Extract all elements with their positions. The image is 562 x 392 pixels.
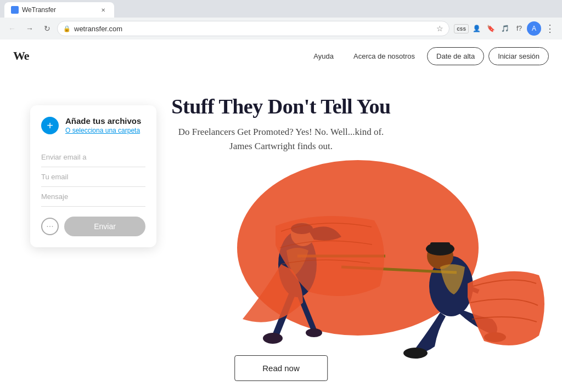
nav-link-ayuda[interactable]: Ayuda [306,48,341,65]
ext-music-icon[interactable]: 🎵 [498,22,512,35]
user-profile-button[interactable]: A [527,21,541,36]
bullfight-illustration [166,138,550,385]
site-logo[interactable]: We [13,49,29,63]
upload-form [41,147,145,207]
address-text: wetransfer.com [74,25,433,33]
site-navigation: We Ayuda Acerca de nosotros Date de alta… [0,39,562,72]
forward-button[interactable]: → [22,21,37,36]
upload-actions: ··· Enviar [41,217,145,236]
svg-point-9 [306,328,322,337]
upload-title: Añade tus archivos [65,116,141,126]
browser-menu-button[interactable]: ⋮ [542,21,558,36]
svg-rect-13 [430,242,450,250]
browser-tab[interactable]: WeTransfer ✕ [4,2,114,18]
upload-subtitle[interactable]: O selecciona una carpeta [65,127,141,134]
tab-favicon [11,6,19,14]
options-icon: ··· [46,221,53,231]
upload-card: + Añade tus archivos O selecciona una ca… [30,105,156,247]
send-to-field[interactable] [41,147,145,167]
nav-link-signin[interactable]: Iniciar sesión [488,47,549,65]
upload-add-button[interactable]: + [41,117,59,134]
page-content: We Ayuda Acerca de nosotros Date de alta… [0,39,562,392]
address-bar[interactable]: 🔒 wetransfer.com ☆ [57,21,449,36]
read-now-button[interactable]: Read now [234,355,328,381]
svg-point-16 [403,348,428,359]
bookmark-star-icon[interactable]: ☆ [436,24,443,33]
send-button[interactable]: Enviar [64,217,145,236]
reload-button[interactable]: ↻ [40,21,55,36]
hero-section: Stuff They Don't Tell You Do Freelancers… [0,72,562,392]
css-extension[interactable]: css [454,24,469,33]
ext-profile-icon[interactable]: 👤 [470,22,483,35]
browser-extensions: css 👤 🔖 🎵 f? A ⋮ [454,21,558,36]
ext-font-icon[interactable]: f? [513,22,526,35]
hero-subtitle-line1: Do Freelancers Get Promoted? Yes! No. We… [178,127,384,137]
upload-header-text: Añade tus archivos O selecciona una carp… [65,116,141,134]
browser-tabs: WeTransfer ✕ [0,0,562,18]
options-button[interactable]: ··· [41,218,59,235]
nav-link-signup[interactable]: Date de alta [427,47,484,65]
tab-close-btn[interactable]: ✕ [99,5,108,14]
ext-bookmark-icon[interactable]: 🔖 [484,22,497,35]
lock-icon: 🔒 [63,25,71,32]
browser-chrome: WeTransfer ✕ ← → ↻ 🔒 wetransfer.com ☆ cs… [0,0,562,39]
read-now-container: Read now [234,355,328,381]
message-field[interactable] [41,187,145,207]
plus-icon: + [47,120,53,131]
browser-toolbar: ← → ↻ 🔒 wetransfer.com ☆ css 👤 🔖 🎵 f? A … [0,18,562,39]
tab-title: WeTransfer [22,6,95,14]
back-button[interactable]: ← [4,21,20,36]
nav-link-acerca[interactable]: Acerca de nosotros [346,48,423,65]
hero-subtitle-line2: James Cartwright finds out. [229,141,333,151]
svg-point-8 [263,333,283,344]
upload-header: + Añade tus archivos O selecciona una ca… [41,116,145,134]
your-email-field[interactable] [41,167,145,187]
site-nav-links: Ayuda Acerca de nosotros Date de alta In… [306,47,549,65]
